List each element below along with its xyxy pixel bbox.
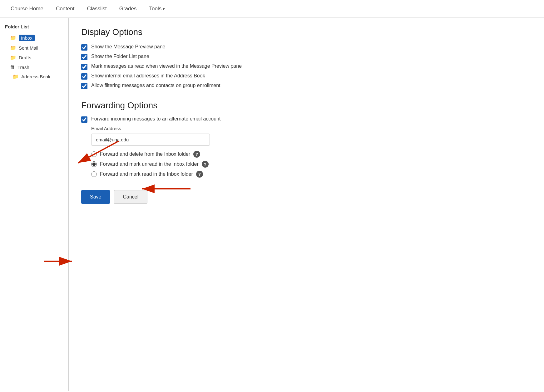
allow-filtering-checkbox[interactable] xyxy=(81,83,87,89)
checkbox-row-2: Show the Folder List pane xyxy=(81,54,528,60)
sidebar-item-trash[interactable]: 🗑 Trash xyxy=(5,63,63,71)
checkbox-row-4: Show internal email addresses in the Add… xyxy=(81,73,528,80)
checkbox-row-1: Show the Message Preview pane xyxy=(81,44,528,51)
trash-label: Trash xyxy=(17,65,29,70)
forward-unread-label[interactable]: Forward and mark unread in the Inbox fol… xyxy=(100,161,199,167)
trash-folder-icon: 🗑 xyxy=(10,64,15,70)
show-folder-list-checkbox[interactable] xyxy=(81,54,87,60)
radio-row-unread: Forward and mark unread in the Inbox fol… xyxy=(91,161,528,168)
checkbox-row-5: Allow filtering messages and contacts on… xyxy=(81,83,528,89)
inbox-label: Inbox xyxy=(19,35,35,41)
show-folder-list-label[interactable]: Show the Folder List pane xyxy=(91,54,149,59)
show-message-preview-label[interactable]: Show the Message Preview pane xyxy=(91,44,165,50)
show-message-preview-checkbox[interactable] xyxy=(81,44,87,51)
mark-messages-read-label[interactable]: Mark messages as read when viewed in the… xyxy=(91,63,242,69)
display-options-title: Display Options xyxy=(81,27,528,37)
forward-messages-label[interactable]: Forward incoming messages to an alternat… xyxy=(91,116,220,122)
email-input-wrapper xyxy=(91,134,528,146)
nav-tools-label: Tools xyxy=(149,6,161,12)
nav-tools[interactable]: Tools ▾ xyxy=(148,4,166,14)
forward-read-help-icon[interactable]: ? xyxy=(196,171,203,178)
mark-messages-read-checkbox[interactable] xyxy=(81,64,87,70)
email-address-input[interactable] xyxy=(91,134,210,146)
nav-classlist[interactable]: Classlist xyxy=(86,4,108,14)
forward-read-radio[interactable] xyxy=(91,171,97,177)
forward-messages-checkbox[interactable] xyxy=(81,116,87,123)
tools-dropdown-icon: ▾ xyxy=(163,7,165,11)
sent-mail-label: Sent Mail xyxy=(19,45,38,51)
address-book-folder-icon: 📁 xyxy=(12,74,19,80)
forward-read-label[interactable]: Forward and mark read in the Inbox folde… xyxy=(100,171,193,177)
main-layout: Folder List 📁 Inbox 📁 Sent Mail 📁 Drafts… xyxy=(0,18,544,391)
sidebar: Folder List 📁 Inbox 📁 Sent Mail 📁 Drafts… xyxy=(0,18,69,391)
forwarding-options-title: Forwarding Options xyxy=(81,100,528,110)
forward-delete-radio[interactable] xyxy=(91,151,97,157)
address-book-label: Address Book xyxy=(21,74,50,79)
radio-row-delete: Forward and delete from the Inbox folder… xyxy=(91,151,528,158)
inbox-folder-icon: 📁 xyxy=(10,35,16,41)
checkbox-row-3: Mark messages as read when viewed in the… xyxy=(81,63,528,70)
nav-content[interactable]: Content xyxy=(55,4,76,14)
allow-filtering-label[interactable]: Allow filtering messages and contacts on… xyxy=(91,83,220,88)
show-internal-email-label[interactable]: Show internal email addresses in the Add… xyxy=(91,73,205,79)
sidebar-item-sent-mail[interactable]: 📁 Sent Mail xyxy=(5,43,63,52)
show-internal-email-checkbox[interactable] xyxy=(81,73,87,80)
sidebar-item-inbox[interactable]: 📁 Inbox xyxy=(5,33,63,43)
forward-delete-label[interactable]: Forward and delete from the Inbox folder xyxy=(100,151,190,157)
forwarding-options-section: Forwarding Options Forward incoming mess… xyxy=(81,100,528,204)
save-button[interactable]: Save xyxy=(81,190,110,204)
forward-unread-help-icon[interactable]: ? xyxy=(202,161,209,168)
nav-grades[interactable]: Grades xyxy=(118,4,138,14)
sent-mail-folder-icon: 📁 xyxy=(10,45,16,51)
sidebar-item-drafts[interactable]: 📁 Drafts xyxy=(5,53,63,62)
forward-delete-help-icon[interactable]: ? xyxy=(193,151,200,158)
folder-list-title: Folder List xyxy=(5,24,63,29)
sidebar-item-address-book[interactable]: 📁 Address Book xyxy=(5,72,63,81)
nav-course-home[interactable]: Course Home xyxy=(9,4,45,14)
display-options-section: Display Options Show the Message Preview… xyxy=(81,27,528,89)
content-area: Display Options Show the Message Preview… xyxy=(69,18,544,391)
cancel-button[interactable]: Cancel xyxy=(114,190,147,204)
forward-messages-row: Forward incoming messages to an alternat… xyxy=(81,116,528,123)
drafts-folder-icon: 📁 xyxy=(10,55,16,61)
email-address-label: Email Address xyxy=(91,126,528,131)
radio-row-read: Forward and mark read in the Inbox folde… xyxy=(91,171,528,178)
buttons-row: Save Cancel xyxy=(81,190,528,204)
forward-unread-radio[interactable] xyxy=(91,161,97,167)
drafts-label: Drafts xyxy=(19,55,31,60)
top-navigation: Course Home Content Classlist Grades Too… xyxy=(0,0,544,18)
